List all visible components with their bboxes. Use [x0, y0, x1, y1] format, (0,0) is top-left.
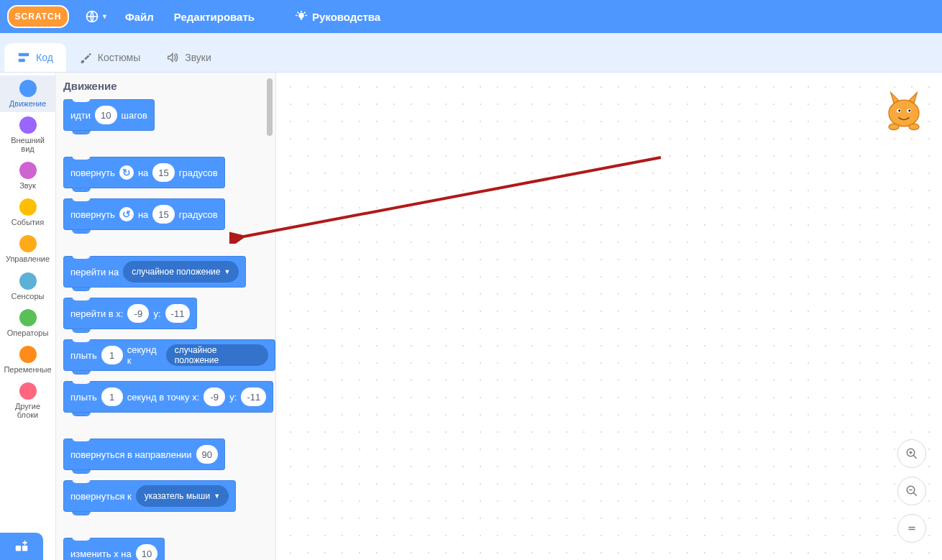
category-variables[interactable]: Переменные: [0, 341, 56, 378]
block-palette: Движение идти 10 шагов повернуть ↻ на 15…: [56, 73, 276, 560]
zoom-reset-icon: [905, 522, 918, 535]
scripts-workspace[interactable]: [276, 73, 942, 560]
category-label: Переменные: [4, 365, 51, 374]
tab-costumes-label: Костюмы: [98, 52, 140, 63]
language-selector[interactable]: ▼: [78, 0, 115, 33]
caret-down-icon: ▼: [224, 268, 230, 275]
caret-down-icon: ▼: [101, 13, 108, 20]
svg-point-14: [909, 124, 919, 129]
block-input-dx[interactable]: 10: [136, 544, 157, 560]
block-input-steps[interactable]: 10: [95, 106, 116, 124]
block-dropdown-target[interactable]: случайное положение▼: [123, 261, 239, 283]
tab-row: Код Костюмы Звуки: [0, 33, 942, 73]
block-goto-xy[interactable]: перейти в x: -9 y: -11: [63, 298, 197, 329]
block-text: повернуть: [70, 167, 115, 178]
category-dot: [19, 80, 37, 97]
block-text: идти: [70, 110, 91, 121]
block-text: повернуться к: [70, 491, 132, 502]
paintbrush-icon: [79, 51, 92, 64]
menu-tutorials-label: Руководства: [312, 11, 380, 23]
svg-rect-4: [19, 59, 25, 63]
svg-line-16: [913, 455, 917, 459]
block-move-steps[interactable]: идти 10 шагов: [63, 99, 155, 131]
add-extension-button[interactable]: [0, 533, 43, 560]
tab-code[interactable]: Код: [4, 43, 66, 72]
category-motion[interactable]: Движение: [0, 75, 56, 112]
code-icon: [17, 51, 30, 64]
block-dropdown-target[interactable]: указатель мыши▼: [136, 485, 229, 507]
block-text: повернуть: [70, 209, 115, 220]
category-sound[interactable]: Звук: [0, 157, 56, 194]
block-input-degrees[interactable]: 15: [152, 163, 174, 182]
category-dot: [19, 272, 37, 290]
category-operators[interactable]: Операторы: [0, 305, 56, 341]
block-goto-menu[interactable]: перейти на случайное положение▼: [63, 256, 246, 288]
category-label: Внешний вид: [11, 136, 45, 153]
block-input-x[interactable]: -9: [204, 387, 225, 406]
block-text: изменить x на: [70, 548, 132, 559]
zoom-reset-button[interactable]: [897, 514, 926, 543]
block-glide-xy[interactable]: плыть 1 секунд в точку x: -9 y: -11: [63, 381, 273, 413]
category-events[interactable]: События: [0, 194, 56, 231]
block-text: на: [138, 167, 148, 178]
category-dot: [19, 346, 37, 363]
category-sensing[interactable]: Сенсоры: [0, 268, 56, 305]
block-input-y[interactable]: -11: [165, 304, 191, 323]
rotate-ccw-icon: ↺: [119, 207, 134, 221]
category-label: Звук: [19, 181, 36, 190]
zoom-controls: [897, 439, 926, 543]
block-text: y:: [229, 392, 237, 403]
block-input-secs[interactable]: 1: [101, 387, 123, 406]
block-text: y:: [153, 308, 160, 319]
block-input-degrees[interactable]: 15: [152, 205, 174, 224]
block-turn-cw[interactable]: повернуть ↻ на 15 градусов: [63, 157, 225, 188]
category-label: Операторы: [7, 329, 49, 337]
block-text: перейти на: [70, 267, 119, 277]
menu-bar: SCRATCH ▼ Файл Редактировать Руководства: [0, 0, 942, 33]
block-text: повернуться в направлении: [70, 449, 192, 460]
category-myblocks[interactable]: Другие блоки: [0, 378, 56, 423]
block-text: плыть: [70, 392, 97, 403]
menu-file[interactable]: Файл: [115, 0, 164, 33]
category-dot: [19, 235, 37, 252]
category-label: События: [12, 218, 44, 226]
zoom-out-icon: [905, 485, 918, 497]
zoom-out-button[interactable]: [897, 477, 926, 505]
svg-line-20: [913, 492, 917, 496]
tab-costumes[interactable]: Костюмы: [66, 43, 153, 72]
block-input-secs[interactable]: 1: [101, 346, 123, 364]
svg-point-12: [908, 110, 910, 112]
rotate-cw-icon: ↻: [119, 165, 134, 180]
block-text: секунд в точку x:: [127, 392, 200, 403]
menu-edit[interactable]: Редактировать: [164, 0, 265, 33]
block-change-x[interactable]: изменить x на 10: [63, 538, 165, 560]
category-label: Управление: [6, 254, 50, 263]
tab-sounds[interactable]: Звуки: [153, 43, 224, 72]
category-label: Сенсоры: [12, 292, 45, 300]
block-input-x[interactable]: -9: [127, 304, 149, 323]
category-looks[interactable]: Внешний вид: [0, 112, 56, 157]
menu-tutorials[interactable]: Руководства: [285, 0, 390, 33]
block-dropdown-target[interactable]: случайное положение: [166, 344, 268, 366]
svg-rect-2: [301, 18, 303, 19]
extension-icon: [14, 538, 29, 554]
sound-icon: [166, 51, 179, 64]
block-input-y[interactable]: -11: [241, 387, 266, 406]
category-dot: [19, 198, 37, 216]
tab-code-label: Код: [36, 52, 53, 63]
palette-scrollbar[interactable]: [267, 78, 273, 136]
category-dot: [19, 116, 37, 134]
scratch-logo[interactable]: SCRATCH: [7, 5, 69, 28]
category-strip: Движение Внешний вид Звук События Управл…: [0, 73, 56, 560]
globe-icon: [85, 9, 99, 24]
block-turn-ccw[interactable]: повернуть ↺ на 15 градусов: [63, 198, 225, 230]
block-text: шагов: [122, 110, 147, 121]
block-point-towards[interactable]: повернуться к указатель мыши▼: [63, 480, 236, 512]
block-glide-menu[interactable]: плыть 1 секунд к случайное положение: [63, 339, 275, 371]
zoom-in-button[interactable]: [897, 439, 926, 468]
block-text: на: [138, 209, 148, 220]
block-point-direction[interactable]: повернуться в направлении 90: [63, 439, 225, 470]
category-control[interactable]: Управление: [0, 231, 56, 267]
block-input-direction[interactable]: 90: [196, 445, 218, 464]
svg-rect-6: [22, 546, 27, 551]
